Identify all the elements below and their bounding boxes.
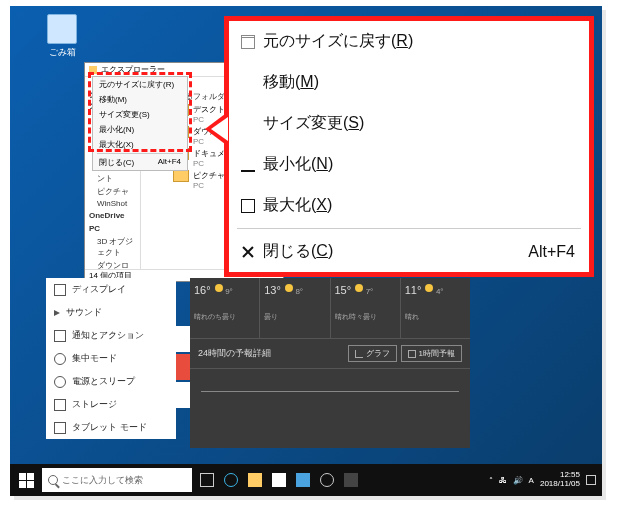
accelerator: Alt+F4 bbox=[528, 243, 575, 261]
search-icon bbox=[48, 475, 58, 485]
explorer-title: エクスプローラー bbox=[101, 64, 165, 75]
action-center-icon[interactable] bbox=[586, 475, 596, 485]
system-tray: ˄ 🖧 🔊 A 12:55 2018/11/05 bbox=[489, 471, 602, 489]
settings-panel: ディスプレイ サウンド 通知とアクション 集中モード 電源とスリープ ストレージ… bbox=[46, 278, 176, 439]
tray-network-icon[interactable]: 🖧 bbox=[499, 476, 507, 485]
sun-icon bbox=[425, 284, 433, 292]
graph-icon bbox=[355, 350, 363, 358]
system-menu-callout: 元のサイズに戻す(R) 移動(M) サイズ変更(S) 最小化(N) 最大化(X)… bbox=[224, 16, 594, 277]
app-icon[interactable] bbox=[296, 473, 310, 487]
weather-tab-1[interactable] bbox=[176, 326, 190, 352]
tray-volume-icon[interactable]: 🔊 bbox=[513, 476, 523, 485]
menu-close[interactable]: 閉じる(C)Alt+F4 bbox=[93, 155, 187, 170]
notifications-icon bbox=[54, 330, 66, 342]
close-icon bbox=[241, 245, 255, 259]
restore-icon bbox=[241, 35, 255, 49]
settings-sound[interactable]: サウンド bbox=[46, 301, 176, 324]
settings-icon[interactable] bbox=[320, 473, 334, 487]
taskbar: ここに入力して検索 ˄ 🖧 🔊 A 12:55 2018/11/05 bbox=[10, 464, 602, 496]
explorer-icon bbox=[89, 66, 97, 74]
sun-icon bbox=[285, 284, 293, 292]
sound-icon bbox=[54, 310, 60, 316]
forecast-row: 16° 9°晴れのち曇り 13° 8°曇り 15° 7°晴れ時々曇り 11° 4… bbox=[190, 278, 470, 338]
clock[interactable]: 12:55 2018/11/05 bbox=[540, 471, 580, 489]
menu-separator bbox=[237, 228, 581, 229]
callout-size[interactable]: サイズ変更(S) bbox=[229, 103, 589, 144]
weather-tab-3[interactable] bbox=[176, 382, 190, 408]
edge-icon[interactable] bbox=[224, 473, 238, 487]
settings-storage[interactable]: ストレージ bbox=[46, 393, 176, 416]
maximize-icon bbox=[241, 199, 255, 213]
callout-maximize[interactable]: 最大化(X) bbox=[229, 185, 589, 226]
callout-minimize[interactable]: 最小化(N) bbox=[229, 144, 589, 185]
tablet-icon bbox=[54, 422, 66, 434]
recycle-label: ごみ箱 bbox=[42, 46, 82, 59]
start-button[interactable] bbox=[10, 464, 42, 496]
settings-power[interactable]: 電源とスリープ bbox=[46, 370, 176, 393]
tray-chevron-icon[interactable]: ˄ bbox=[489, 476, 493, 485]
settings-notifications[interactable]: 通知とアクション bbox=[46, 324, 176, 347]
weather-tab-2[interactable] bbox=[176, 354, 190, 380]
recycle-bin[interactable]: ごみ箱 bbox=[42, 14, 82, 59]
sun-icon bbox=[215, 284, 223, 292]
detail-title: 24時間の予報詳細 bbox=[198, 347, 271, 360]
callout-pointer bbox=[205, 111, 229, 147]
menu-maximize[interactable]: 最大化(X) bbox=[93, 137, 187, 152]
callout-move[interactable]: 移動(M) bbox=[229, 62, 589, 103]
menu-size[interactable]: サイズ変更(S) bbox=[93, 107, 187, 122]
windows-icon bbox=[19, 473, 34, 488]
forecast-chart bbox=[190, 369, 470, 423]
callout-close[interactable]: 閉じる(C) Alt+F4 bbox=[229, 231, 589, 272]
settings-display[interactable]: ディスプレイ bbox=[46, 278, 176, 301]
settings-focus[interactable]: 集中モード bbox=[46, 347, 176, 370]
settings-tablet[interactable]: タブレット モード bbox=[46, 416, 176, 439]
folder-icon[interactable] bbox=[173, 170, 189, 182]
power-icon bbox=[54, 376, 66, 388]
storage-icon bbox=[54, 399, 66, 411]
app-icon-2[interactable] bbox=[344, 473, 358, 487]
menu-minimize[interactable]: 最小化(N) bbox=[93, 122, 187, 137]
recycle-icon bbox=[47, 14, 77, 44]
search-box[interactable]: ここに入力して検索 bbox=[42, 468, 192, 492]
ime-indicator[interactable]: A bbox=[529, 476, 534, 485]
callout-restore[interactable]: 元のサイズに戻す(R) bbox=[229, 21, 589, 62]
menu-restore[interactable]: 元のサイズに戻す(R) bbox=[93, 77, 187, 92]
system-menu-small: 元のサイズに戻す(R) 移動(M) サイズ変更(S) 最小化(N) 最大化(X)… bbox=[92, 76, 188, 171]
display-icon bbox=[54, 284, 66, 296]
minimize-icon bbox=[241, 158, 255, 172]
list-icon bbox=[408, 350, 416, 358]
explorer-icon[interactable] bbox=[248, 473, 262, 487]
taskview-icon[interactable] bbox=[200, 473, 214, 487]
graph-button[interactable]: グラフ bbox=[348, 345, 397, 362]
menu-move[interactable]: 移動(M) bbox=[93, 92, 187, 107]
sun-icon bbox=[355, 284, 363, 292]
weather-window[interactable]: 16° 9°晴れのち曇り 13° 8°曇り 15° 7°晴れ時々曇り 11° 4… bbox=[190, 278, 470, 448]
focus-icon bbox=[54, 353, 66, 365]
store-icon[interactable] bbox=[272, 473, 286, 487]
hourly-button[interactable]: 1時間予報 bbox=[401, 345, 462, 362]
